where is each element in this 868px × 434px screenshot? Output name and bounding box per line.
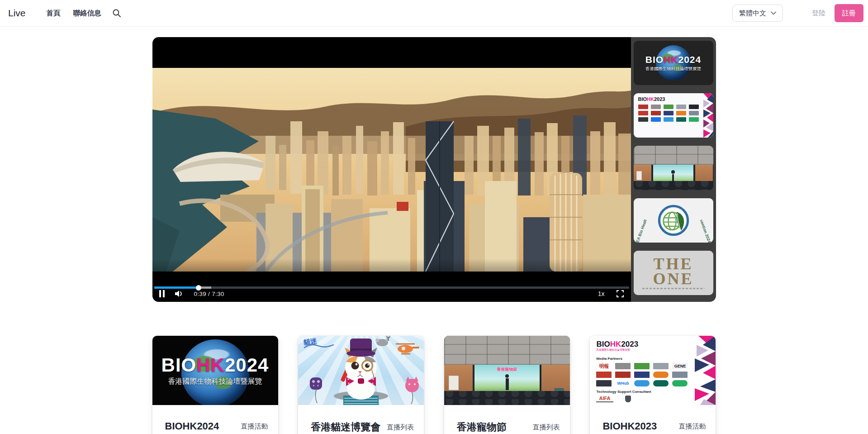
exhibition-wall-art	[444, 336, 570, 365]
playlist-item-biohk2024[interactable]: BIOHK2024 香港國際生物科技論壇暨展覽	[634, 41, 713, 85]
ea-globe-leaf-logo	[657, 204, 690, 237]
ea-arc-text-left: EA Bio Healt	[635, 219, 647, 243]
partner-logo-chip	[664, 117, 674, 122]
site-logo[interactable]: Live	[8, 8, 26, 19]
logo-year: 2024	[225, 354, 269, 376]
partner-logo-chip	[676, 117, 686, 122]
logo-bio: BIO	[161, 354, 197, 376]
language-value: 繁體中文	[739, 9, 766, 18]
partner-logo-chip	[676, 105, 686, 109]
logo-subtitle: 香港國際生物科技論壇暨展覽	[168, 377, 262, 386]
chevron-down-icon	[771, 11, 776, 15]
card-cat-expo[interactable]: 貓迷	[298, 336, 424, 434]
logo-year: 2023	[621, 340, 638, 348]
card-pet-festival[interactable]: 香港寵物節 香港寵物節 直播列表	[444, 336, 570, 434]
partner-logo-chip	[596, 372, 612, 378]
video-player[interactable]: 0:39 / 7:30 1x	[152, 37, 631, 302]
volume-button[interactable]	[175, 290, 184, 297]
logo-hk: HK	[647, 96, 654, 102]
audience-art	[634, 181, 713, 190]
register-button[interactable]: 註冊	[835, 4, 863, 22]
partner-logo-chip	[651, 117, 661, 122]
logo-bio: BIO	[645, 54, 664, 65]
partner-logo-chip	[672, 380, 688, 386]
language-selector[interactable]: 繁體中文	[732, 5, 783, 22]
playlist-item-pet-festival[interactable]	[634, 146, 713, 190]
stage-sign-art	[449, 376, 459, 390]
fullscreen-button[interactable]	[617, 290, 624, 297]
video-content	[152, 68, 631, 272]
playlist-item-ea-bio-health[interactable]: EA Bio Healt vention 2024	[634, 198, 713, 243]
partner-logo-chip	[634, 380, 650, 386]
logo-hk: HK	[664, 54, 678, 65]
partner-logo-chip	[615, 363, 631, 369]
ea-arc-text-right: vention 2024	[699, 219, 711, 243]
playlist-item-the-one[interactable]: THE ONE	[634, 251, 713, 295]
playlist-sidebar: BIOHK2024 香港國際生物科技論壇暨展覽 BIOHK2023	[631, 37, 716, 302]
triangle-mosaic-art	[703, 93, 713, 138]
triangle-mosaic-art	[695, 336, 716, 405]
exhibition-wall-art	[634, 146, 713, 165]
partner-logo-chip	[638, 105, 648, 109]
audience-art	[444, 391, 570, 405]
login-link[interactable]: 登陸	[812, 9, 825, 18]
partner-logo-chip	[672, 372, 688, 378]
card-title: BIOHK2024	[165, 420, 219, 432]
logo-bio: BIO	[638, 96, 647, 102]
card-type-badge: 直播活動	[241, 422, 268, 431]
card-biohk2023[interactable]: BIOHK2023 香港國際生物科技論壇暨展覽 Media Partners 明…	[590, 336, 716, 434]
card-biohk2024[interactable]: BIOHK2024 香港國際生物科技論壇暨展覽 BIOHK2024 直播活動	[152, 336, 278, 434]
search-icon[interactable]	[112, 9, 121, 18]
logo-hk: HK	[610, 340, 621, 348]
playlist-item-biohk2023[interactable]: BIOHK2023	[634, 93, 713, 138]
logo-hk: HK	[196, 354, 225, 376]
partner-logo-chip	[689, 117, 699, 122]
time-display: 0:39 / 7:30	[194, 291, 224, 297]
nav-home[interactable]: 首頁	[47, 9, 61, 18]
screen-logo-text: 香港寵物節	[497, 367, 517, 372]
stage-screens-art	[634, 165, 713, 182]
playback-speed-button[interactable]: 1x	[598, 290, 605, 297]
card-type-badge: 直播列表	[387, 423, 414, 432]
partner-logo-chip	[689, 111, 699, 115]
player-controls: 0:39 / 7:30 1x	[152, 287, 631, 300]
partner-logo-chip	[689, 105, 699, 109]
consultant-logo-aifa: AIFA	[596, 396, 613, 402]
stage-screens-art: 香港寵物節	[444, 365, 570, 391]
stage-sign-art	[636, 171, 642, 180]
cat-illustration	[298, 336, 424, 405]
logo-subtitle: 香港國際生物科技論壇暨展覽	[596, 348, 682, 352]
partner-logo-chip	[638, 111, 648, 115]
partner-logo-chip	[634, 372, 650, 378]
card-type-badge: 直播列表	[533, 423, 560, 432]
partner-logos-grid	[638, 105, 713, 122]
logo-bio: BIO	[596, 340, 610, 348]
the-one-line2: ONE	[653, 272, 693, 286]
partner-logo-chip	[651, 111, 661, 115]
partner-logo-chip	[664, 111, 674, 115]
card-title: BIOHK2023	[602, 420, 657, 432]
partner-logo-chip	[651, 105, 661, 109]
partner-logo-whub: WHub	[615, 380, 631, 386]
partner-logo-chip	[653, 372, 669, 378]
consultant-logo-chip	[625, 396, 631, 402]
fine-print-art	[642, 288, 704, 289]
card-title: 香港寵物節	[457, 420, 507, 434]
logo-year: 2024	[678, 54, 701, 65]
partner-logo-mingpao: 明報	[596, 363, 612, 369]
card-type-badge: 直播活動	[678, 422, 706, 431]
partner-logo-chip	[638, 117, 648, 122]
partner-logo-chip	[615, 372, 631, 378]
partner-logo-chip	[653, 363, 669, 369]
nav-contact[interactable]: 聯絡信息	[73, 9, 101, 18]
main-nav: 首頁 聯絡信息	[47, 9, 101, 18]
partner-logo-chip	[634, 363, 650, 369]
partner-logo-chip	[596, 380, 612, 386]
card-title: 香港貓迷博覽會	[311, 420, 380, 434]
logo-year: 2023	[654, 96, 665, 102]
partner-logo-chip	[653, 380, 669, 386]
header: Live 首頁 聯絡信息 繁體中文 登陸 註冊	[0, 0, 868, 27]
pause-button[interactable]	[159, 290, 165, 297]
partner-logo-chip	[676, 111, 686, 115]
logo-subtitle: 香港國際生物科技論壇暨展覽	[645, 66, 702, 72]
